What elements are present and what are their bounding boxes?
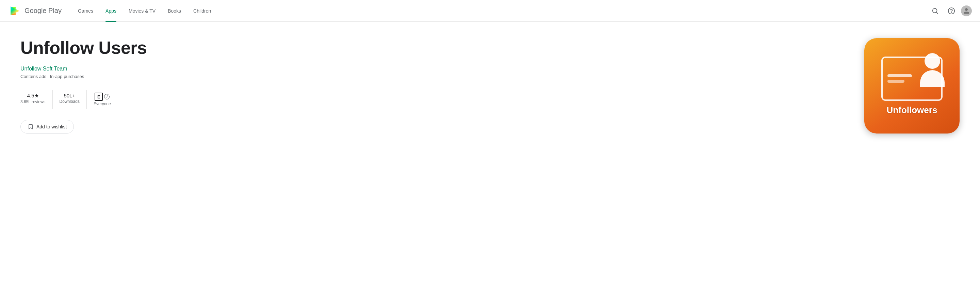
add-to-wishlist-button[interactable]: Add to wishlist xyxy=(21,120,74,134)
content-rating-info-button[interactable]: i xyxy=(104,94,110,99)
svg-point-1 xyxy=(933,8,937,13)
app-icon: Unfollowers xyxy=(864,38,959,134)
downloads-label: Downloads xyxy=(60,99,80,104)
nav-apps[interactable]: Apps xyxy=(100,0,122,22)
downloads-value: 50L+ xyxy=(64,92,75,99)
svg-line-2 xyxy=(937,12,938,14)
wishlist-label: Add to wishlist xyxy=(37,124,67,129)
help-icon xyxy=(948,7,955,14)
account-icon xyxy=(963,8,970,14)
stats-row: 4.5★ 3.65L reviews 50L+ Downloads E i Ev… xyxy=(21,90,259,109)
header-actions xyxy=(928,4,972,18)
reviews-label: 3.65L reviews xyxy=(21,99,46,104)
content-rating-label: Everyone xyxy=(94,102,111,106)
search-button[interactable] xyxy=(928,4,942,18)
search-icon xyxy=(931,7,939,14)
app-meta: Contains ads · In-app purchases xyxy=(21,74,259,79)
app-info: Unfollow Users Unfollow Soft Team Contai… xyxy=(21,38,259,134)
nav-books[interactable]: Books xyxy=(162,0,186,22)
play-logo-icon xyxy=(8,4,22,18)
main-nav: Games Apps Movies & TV Books Children xyxy=(73,0,928,22)
rating-value: 4.5★ xyxy=(27,92,39,99)
app-title: Unfollow Users xyxy=(21,38,259,57)
google-play-logo[interactable]: Google Play xyxy=(8,4,62,18)
nav-children[interactable]: Children xyxy=(188,0,216,22)
main-content: Unfollow Users Unfollow Soft Team Contai… xyxy=(0,22,980,282)
nav-movies[interactable]: Movies & TV xyxy=(123,0,161,22)
app-icon-label: Unfollowers xyxy=(887,105,937,115)
developer-link[interactable]: Unfollow Soft Team xyxy=(21,66,259,72)
header: Google Play Games Apps Movies & TV Books… xyxy=(0,0,980,22)
content-rating-stat: E i Everyone xyxy=(87,90,118,109)
help-button[interactable] xyxy=(945,4,958,18)
bookmark-icon xyxy=(27,124,34,130)
nav-games[interactable]: Games xyxy=(73,0,99,22)
account-button[interactable] xyxy=(961,5,972,16)
app-icon-area: Unfollowers xyxy=(864,38,959,134)
esrb-icon: E xyxy=(95,92,103,101)
rating-stat: 4.5★ 3.65L reviews xyxy=(21,90,53,109)
downloads-stat: 50L+ Downloads xyxy=(53,90,87,109)
logo-text: Google Play xyxy=(24,7,62,14)
